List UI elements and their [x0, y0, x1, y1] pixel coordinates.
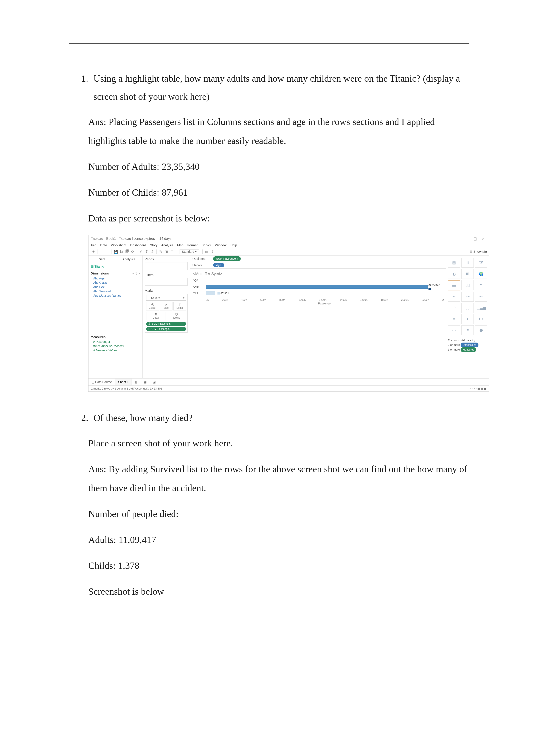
viz-thumb[interactable]: ▦	[448, 258, 460, 268]
mea-measure-values[interactable]: # Measure Values	[89, 348, 142, 352]
close-icon[interactable]: ✕	[480, 236, 486, 241]
viz-thumb-horizontal-bar[interactable]: ▬	[448, 280, 460, 290]
menu-window[interactable]: Window	[215, 243, 226, 247]
menu-analysis[interactable]: Analysis	[161, 243, 173, 247]
dim-measure-names[interactable]: Abc Measure Names	[89, 293, 142, 298]
columns-shelf[interactable]: ≡ Columns SUM(Passenger)	[190, 256, 446, 262]
forward-icon[interactable]: →	[105, 250, 110, 254]
data-connection[interactable]: ▦ Titanic	[89, 263, 142, 270]
new-sheet-icon[interactable]: 🗐	[124, 250, 130, 254]
pill-columns[interactable]: SUM(Passenger)	[213, 256, 241, 261]
status-bar: 2 marks 2 rows by 1 column SUM(Passenger…	[89, 386, 489, 392]
new-dashboard-icon[interactable]: ▦	[141, 379, 150, 386]
tab-sheet-1[interactable]: Sheet 1	[115, 379, 132, 386]
share-icon[interactable]: ⇪	[210, 250, 215, 254]
q2-number: 2.	[69, 409, 93, 427]
status-left: 2 marks 2 rows by 1 column SUM(Passenger…	[91, 387, 162, 390]
highlight-icon[interactable]: ◨	[164, 250, 169, 254]
mark-detail[interactable]: ⠿Detail	[146, 312, 166, 320]
show-me-button[interactable]: ▤ Show Me	[470, 250, 487, 254]
fit-selector[interactable]: Standard ▾	[180, 249, 199, 254]
mark-size[interactable]: ◔Size	[160, 302, 172, 310]
menu-worksheet[interactable]: Worksheet	[111, 243, 126, 247]
pages-label: Pages	[145, 257, 188, 261]
window-title: Tableau - Book1 - Tableau licence expire…	[91, 237, 171, 241]
mark-label[interactable]: TLabel	[173, 302, 186, 310]
row-child-label: Child	[193, 290, 206, 297]
tab-data-source[interactable]: ▢ Data Source	[89, 379, 115, 386]
bar-child[interactable]: 87,961	[206, 290, 444, 296]
maximize-icon[interactable]: ▢	[472, 236, 479, 241]
pill-label-sum-passenger[interactable]: TSUM(Passenge..	[146, 327, 186, 331]
mea-passenger[interactable]: # Passenger	[89, 339, 142, 344]
pill-rows[interactable]: Age	[213, 263, 224, 267]
measures-header: Measures	[89, 333, 142, 339]
viz-thumb[interactable]: ▭	[448, 325, 460, 335]
tableau-logo-icon[interactable]: ✦	[91, 250, 96, 254]
viz-thumb[interactable]: ◐	[448, 269, 460, 279]
bar-adult[interactable]: 23,35,340	[206, 284, 444, 290]
viz-thumb[interactable]: ▯▯	[461, 280, 474, 290]
viz-thumb[interactable]: ⠶	[448, 314, 460, 324]
menu-story[interactable]: Story	[150, 243, 157, 247]
tab-data[interactable]: Data	[89, 256, 115, 263]
viz-thumb[interactable]: ◠	[448, 303, 460, 313]
back-icon[interactable]: ←	[99, 250, 105, 254]
viz-thumb[interactable]: 〰	[448, 292, 460, 302]
q2-text: Of these, how many died?	[93, 409, 470, 427]
viz-thumb[interactable]: ⫯	[475, 280, 487, 290]
viz-thumb[interactable]: ✦✦	[475, 314, 487, 324]
viz-thumb[interactable]: ⬣	[475, 325, 487, 335]
viz-thumb[interactable]: 🌍	[475, 269, 487, 279]
viz-thumb[interactable]: ≡	[461, 325, 474, 335]
presentation-icon[interactable]: ▭	[204, 250, 210, 254]
viz-thumb[interactable]: ▁▃▅	[475, 303, 487, 313]
menu-format[interactable]: Format	[187, 243, 198, 247]
format-icon[interactable]: ✎	[158, 250, 164, 254]
dim-survived[interactable]: Abc Survived	[89, 289, 142, 293]
new-data-icon[interactable]: 🗎	[119, 250, 124, 254]
menu-server[interactable]: Server	[202, 243, 211, 247]
new-story-icon[interactable]: ▣	[150, 379, 159, 386]
dim-sex[interactable]: Abc Sex	[89, 285, 142, 289]
show-me-panel: ▦ ⠿ 🗺 ◐ ⊞ 🌍 ▬ ▯▯ ⫯ 〰 〰 〰 ◠ ⛶ ▁	[446, 256, 489, 378]
mea-records[interactable]: =# Number of Records	[89, 344, 142, 348]
sort-desc-icon[interactable]: ↥	[149, 250, 155, 254]
filters-shelf[interactable]	[145, 278, 188, 286]
toolbar: ✦ ← → 💾 🗎 🗐 ⟳ ⇄ ↧ ↥ ✎ ◨ T Standard ▾	[89, 248, 489, 256]
sheet-title[interactable]: <Muzaffer Syed>	[193, 272, 444, 276]
rows-shelf[interactable]: ≡ Rows Age	[190, 262, 446, 268]
menu-bar: File Data Worksheet Dashboard Story Anal…	[89, 242, 489, 248]
q2-died-header: Number of people died:	[88, 504, 470, 524]
mark-tooltip[interactable]: 🗨Tooltip	[167, 312, 186, 320]
save-icon[interactable]: 💾	[113, 250, 119, 254]
viz-thumb[interactable]: ⠿	[461, 258, 474, 268]
row-adult-label: Adult	[193, 284, 206, 290]
viz-thumb[interactable]: 〰	[475, 292, 487, 302]
menu-data[interactable]: Data	[100, 243, 107, 247]
dim-age[interactable]: Abc Age	[89, 276, 142, 281]
new-worksheet-icon[interactable]: ▥	[132, 379, 141, 386]
text-icon[interactable]: T	[169, 250, 175, 254]
q1-childs: Number of Childs: 87,961	[88, 183, 470, 202]
refresh-icon[interactable]: ⟳	[130, 250, 136, 254]
sort-asc-icon[interactable]: ↧	[144, 250, 149, 254]
tab-analytics[interactable]: Analytics	[115, 256, 142, 263]
viz-thumb[interactable]: ⛶	[461, 303, 474, 313]
menu-help[interactable]: Help	[230, 243, 237, 247]
viz-thumb[interactable]: ▲	[461, 314, 474, 324]
viz-thumb[interactable]: 🗺	[475, 258, 487, 268]
minimize-icon[interactable]: —	[463, 236, 471, 241]
viz-thumb[interactable]: 〰	[461, 292, 474, 302]
swap-icon[interactable]: ⇄	[138, 250, 144, 254]
q1-text: Using a highlight table, how many adults…	[93, 69, 470, 106]
menu-dashboard[interactable]: Dashboard	[130, 243, 146, 247]
menu-map[interactable]: Map	[177, 243, 184, 247]
mark-type-selector[interactable]: ▢ Square▾	[146, 295, 186, 301]
dim-class[interactable]: Abc Class	[89, 281, 142, 285]
menu-file[interactable]: File	[91, 243, 96, 247]
viz-thumb[interactable]: ⊞	[461, 269, 474, 279]
pages-shelf[interactable]	[145, 262, 188, 270]
pill-colour-sum-passenger[interactable]: ⦿SUM(Passenge..	[146, 322, 186, 326]
mark-colour[interactable]: ⦿Colour	[146, 302, 159, 310]
